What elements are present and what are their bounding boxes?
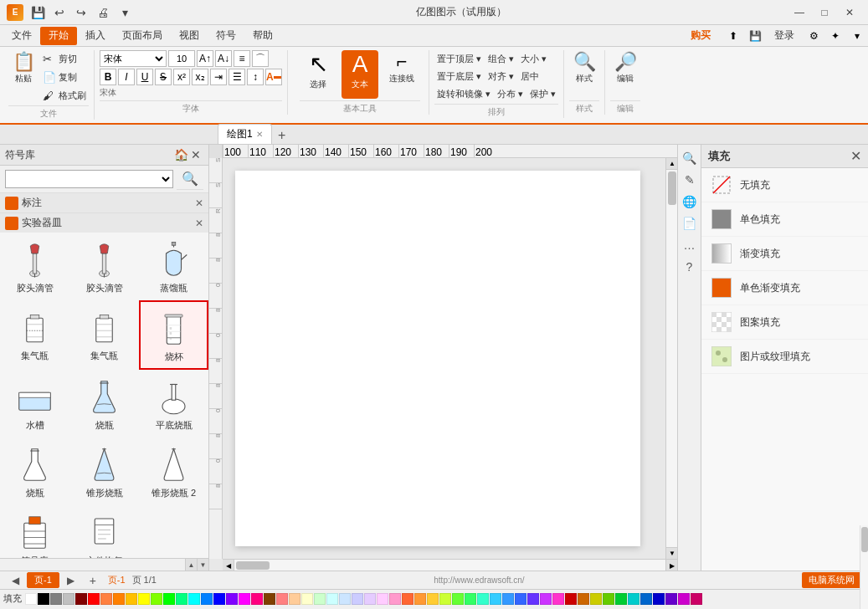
edit-button[interactable]: 🔎 编辑: [610, 50, 640, 99]
annotation-section-close[interactable]: ✕: [195, 197, 203, 209]
symbol-section-annotation-header[interactable]: 标注 ✕: [0, 193, 208, 212]
page-tab-1[interactable]: 页-1: [27, 572, 59, 588]
color-swatch[interactable]: [615, 593, 627, 605]
color-swatch[interactable]: [653, 593, 665, 605]
menu-layout[interactable]: 页面布局: [114, 27, 171, 45]
symbol-beaker[interactable]: ≡ ≡ ≡ 烧杯: [139, 300, 208, 370]
style-button[interactable]: 🔍 样式: [569, 50, 599, 99]
align-btn[interactable]: ≡: [234, 50, 250, 67]
italic-button[interactable]: I: [118, 69, 135, 85]
color-swatch[interactable]: [100, 593, 112, 605]
color-swatch[interactable]: [25, 593, 37, 605]
color-swatch[interactable]: [301, 593, 313, 605]
color-swatch[interactable]: [352, 593, 363, 605]
color-swatch[interactable]: [113, 593, 125, 605]
close-button[interactable]: ✕: [838, 3, 861, 22]
hscroll-left[interactable]: ◀: [223, 560, 234, 571]
color-swatch[interactable]: [665, 593, 677, 605]
indent-inc-button[interactable]: ⇥: [210, 69, 227, 85]
vscroll-up[interactable]: ▲: [666, 158, 677, 170]
color-swatch[interactable]: [691, 593, 702, 605]
right-icon-help[interactable]: ?: [680, 257, 700, 277]
vscroll-down[interactable]: ▼: [666, 547, 677, 559]
color-swatch[interactable]: [490, 593, 501, 605]
color-swatch[interactable]: [151, 593, 162, 605]
color-swatch[interactable]: [38, 593, 49, 605]
color-swatch[interactable]: [339, 593, 351, 605]
color-swatch[interactable]: [678, 593, 690, 605]
quick-save[interactable]: 💾: [28, 3, 47, 22]
fill-option-solid[interactable]: 单色填充: [701, 202, 868, 237]
quick-more[interactable]: ▾: [116, 3, 134, 22]
right-icon-search[interactable]: 🔍: [680, 148, 700, 168]
fill-option-texture[interactable]: 图片或纹理填充: [701, 340, 868, 374]
color-swatch[interactable]: [540, 593, 552, 605]
menu-file[interactable]: 文件: [3, 27, 40, 45]
color-swatch[interactable]: [515, 593, 526, 605]
fill-option-solid-gradient[interactable]: 单色渐变填充: [701, 271, 868, 305]
spacing-btn[interactable]: ↕: [247, 69, 264, 85]
cut-button[interactable]: ✂剪切: [40, 50, 89, 67]
subscript-button[interactable]: x₂: [192, 69, 208, 85]
bring-top-button[interactable]: 置于顶层 ▾: [434, 50, 484, 67]
color-swatch[interactable]: [565, 593, 577, 605]
color-swatch[interactable]: [628, 593, 639, 605]
menu-symbol[interactable]: 符号: [208, 27, 244, 45]
new-tab-button[interactable]: +: [274, 127, 290, 144]
color-swatch[interactable]: [201, 593, 213, 605]
page-nav-next[interactable]: ▶: [63, 575, 80, 586]
quick-print[interactable]: 🖨: [94, 3, 112, 22]
underline-button[interactable]: U: [136, 69, 153, 85]
color-swatch[interactable]: [75, 593, 87, 605]
color-swatch[interactable]: [276, 593, 288, 605]
color-swatch[interactable]: [176, 593, 187, 605]
font-color-btn[interactable]: A: [265, 69, 282, 85]
right-icon-doc[interactable]: 📄: [680, 213, 700, 233]
color-swatch[interactable]: [578, 593, 589, 605]
quick-redo[interactable]: ↪: [72, 3, 90, 22]
menu-purchase[interactable]: 购买: [682, 27, 719, 45]
right-icon-globe[interactable]: 🌐: [680, 192, 700, 212]
vscroll-thumb[interactable]: [668, 171, 676, 205]
color-swatch[interactable]: [439, 593, 451, 605]
tab-drawing1[interactable]: 绘图1 ✕: [218, 124, 272, 144]
fill-panel-scroll-thumb[interactable]: [861, 527, 868, 552]
symbol-dropper2[interactable]: 胶头滴管: [69, 233, 139, 300]
color-swatch[interactable]: [138, 593, 150, 605]
color-swatch[interactable]: [477, 593, 489, 605]
color-swatch[interactable]: [465, 593, 476, 605]
color-swatch[interactable]: [326, 593, 338, 605]
save-icon-btn[interactable]: 💾: [746, 27, 764, 45]
color-swatch[interactable]: [63, 593, 74, 605]
share-icon-btn[interactable]: ⬆: [724, 27, 742, 45]
format-copy-button[interactable]: 🖌格式刷: [40, 87, 89, 104]
color-swatch[interactable]: [452, 593, 464, 605]
fill-option-gradient[interactable]: 渐变填充: [701, 237, 868, 271]
symbol-search-button[interactable]: 🔍: [177, 168, 203, 190]
center-button[interactable]: 居中: [518, 68, 542, 84]
color-swatch[interactable]: [251, 593, 263, 605]
font-size-down[interactable]: A↓: [215, 50, 232, 67]
text-tool-button[interactable]: A 文本: [342, 50, 378, 99]
symbol-conical2[interactable]: 锥形烧瓶 2: [139, 438, 208, 505]
right-icon-edit[interactable]: ✎: [680, 170, 700, 190]
color-swatch[interactable]: [163, 593, 175, 605]
color-swatch[interactable]: [414, 593, 426, 605]
symbol-flatflask[interactable]: 平底烧瓶: [139, 370, 208, 438]
fill-panel-close[interactable]: ✕: [850, 148, 861, 164]
symbol-scroll-down[interactable]: ▼: [197, 559, 208, 571]
hscroll-right[interactable]: ▶: [665, 560, 677, 571]
color-swatch[interactable]: [126, 593, 137, 605]
rotate-button[interactable]: 旋转和镜像 ▾: [434, 85, 493, 102]
color-swatch[interactable]: [226, 593, 238, 605]
symbol-section-lab-header[interactable]: 实验器皿 ✕: [0, 213, 208, 233]
font-size-up[interactable]: A↑: [197, 50, 213, 67]
align-button[interactable]: 对齐 ▾: [485, 68, 516, 84]
send-bottom-button[interactable]: 置于底层 ▾: [434, 68, 484, 84]
copy-button[interactable]: 📄复制: [40, 69, 89, 85]
list-btn[interactable]: ☰: [229, 69, 245, 85]
symbol-dropper1[interactable]: 胶头滴管: [0, 233, 69, 300]
right-icon-comment[interactable]: …: [680, 235, 700, 255]
symbol-scroll-up[interactable]: ▲: [185, 559, 197, 571]
font-family-select[interactable]: 宋体: [100, 50, 167, 67]
